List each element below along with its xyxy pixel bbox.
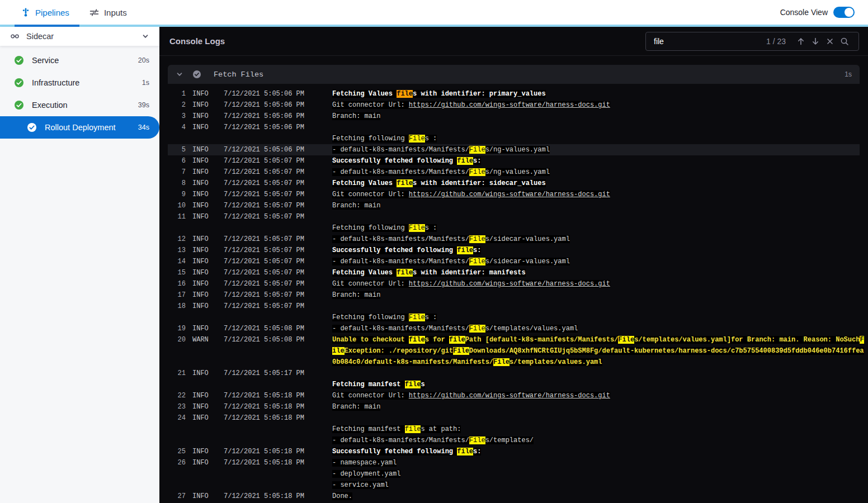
log-level: INFO (192, 155, 217, 167)
log-text: Successfully fetched following (332, 157, 457, 165)
log-level: INFO (192, 446, 217, 457)
log-text: s/sidecar-values.yaml (485, 235, 570, 243)
log-text: - default-k8s-manifests/Manifests/ (332, 235, 469, 243)
log-timestamp: 7/12/2021 5:05:06 PM (224, 99, 326, 111)
log-text: Fetching manifest (332, 381, 405, 388)
clear-search-button[interactable] (823, 34, 837, 49)
log-link[interactable]: https://github.com/wings-software/harnes… (409, 191, 610, 198)
log-message: Fetching manifest files (332, 368, 860, 390)
log-text: - default-k8s-manifests/Manifests/ (332, 436, 469, 444)
log-link[interactable]: https://github.com/wings-software/harnes… (409, 392, 610, 400)
search-input[interactable] (654, 37, 766, 46)
log-line-number: 3 (169, 111, 186, 122)
console-view-toggle[interactable] (833, 7, 855, 18)
log-timestamp: 7/12/2021 5:05:18 PM (224, 412, 326, 446)
log-text: s (421, 381, 424, 388)
log-timestamp: 7/12/2021 5:05:07 PM (224, 167, 326, 178)
log-message: Fetching following Files : (332, 122, 860, 144)
log-message: Successfully fetched following files: (332, 245, 860, 256)
log-level: INFO (192, 144, 217, 155)
log-timestamp: 7/12/2021 5:05:07 PM (224, 301, 326, 323)
log-text: Fetching Values (332, 269, 397, 277)
log-timestamp: 7/12/2021 5:05:07 PM (224, 256, 326, 267)
log-line-number: 21 (169, 368, 186, 390)
search-match: File (469, 325, 485, 333)
log-link[interactable]: https://github.com/wings-software/harnes… (409, 101, 610, 109)
log-level: INFO (192, 88, 217, 99)
log-line-number: 16 (169, 278, 186, 290)
log-text: s : (425, 314, 437, 321)
next-match-button[interactable] (808, 34, 823, 49)
sidebar-item-execution[interactable]: Execution39s (0, 94, 159, 116)
log-entry: 20WARN7/12/2021 5:05:08 PMUnable to chec… (168, 334, 860, 368)
log-text: s/ng-values.yaml (485, 146, 550, 154)
log-entry: 26INFO7/12/2021 5:05:18 PM- namespace.ya… (168, 457, 860, 491)
log-text: s: (473, 246, 481, 254)
tab-inputs[interactable]: Inputs (79, 0, 137, 25)
log-section-title: Fetch Files (214, 70, 263, 79)
log-line-number: 2 (169, 99, 186, 111)
log-level: INFO (192, 167, 217, 178)
sidebar-item-rollout-deployment[interactable]: Rollout Deployment34s (0, 116, 159, 139)
tab-pipelines[interactable]: Pipelines (11, 0, 79, 25)
previous-match-button[interactable] (794, 34, 808, 49)
log-section-header-fetch-files[interactable]: Fetch Files 1s (168, 65, 860, 84)
sidebar-item-service[interactable]: Service20s (0, 49, 159, 72)
sidebar-item-infrastructure[interactable]: Infrastructure1s (0, 72, 159, 94)
log-message: Fetching Values files with identifier: s… (332, 178, 860, 189)
log-message: - default-k8s-manifests/Manifests/Files/… (332, 234, 860, 245)
chevron-down-icon[interactable] (176, 70, 183, 78)
search-match: file (457, 448, 473, 455)
log-timestamp: 7/12/2021 5:05:18 PM (224, 390, 326, 401)
log-section-duration: 1s (845, 70, 852, 78)
log-line-number: 24 (169, 412, 186, 446)
log-line-number: 27 (169, 491, 186, 502)
log-level: INFO (192, 99, 217, 111)
log-message: - default-k8s-manifests/Manifests/Files/… (332, 144, 860, 155)
log-message: Unable to checkout files for filePath [d… (332, 334, 864, 368)
log-entry: 9INFO7/12/2021 5:05:07 PMGit connector U… (168, 189, 860, 200)
log-level: INFO (192, 278, 217, 290)
log-text: Branch: main (332, 291, 380, 299)
chevron-down-icon[interactable] (141, 32, 149, 40)
log-line-number: 9 (169, 189, 186, 200)
log-text: - default-k8s-manifests/Manifests/ (332, 168, 469, 176)
log-level: INFO (192, 323, 217, 334)
toggle-knob (845, 8, 853, 17)
log-timestamp: 7/12/2021 5:05:07 PM (224, 278, 326, 290)
log-line-number: 4 (169, 122, 186, 144)
log-level: INFO (192, 401, 217, 412)
log-text: s : (425, 224, 437, 232)
log-entry: 4INFO7/12/2021 5:05:06 PMFetching follow… (168, 122, 860, 144)
search-match: file (405, 425, 421, 433)
search-match: ile (332, 347, 345, 355)
log-text: Git connector Url: (332, 392, 409, 400)
log-entry: 13INFO7/12/2021 5:05:07 PMSuccessfully f… (168, 245, 860, 256)
log-entry: 25INFO7/12/2021 5:05:18 PMSuccessfully f… (168, 446, 860, 457)
log-line-number: 5 (169, 144, 186, 155)
log-entry: 6INFO7/12/2021 5:05:07 PMSuccessfully fe… (168, 155, 860, 167)
log-entry: 17INFO7/12/2021 5:05:07 PMBranch: main (168, 290, 860, 301)
log-text: s/templates/values.yaml]for Branch: main… (634, 336, 860, 344)
log-line-number: 18 (169, 301, 186, 323)
log-entry: 21INFO7/12/2021 5:05:17 PMFetching manif… (168, 368, 860, 390)
search-match: file (397, 90, 413, 98)
search-match-counter: 1 / 23 (766, 37, 786, 46)
step-duration: 34s (138, 124, 149, 131)
log-message: Git connector Url: https://github.com/wi… (332, 278, 860, 290)
log-timestamp: 7/12/2021 5:05:07 PM (224, 178, 326, 189)
log-entry: 10INFO7/12/2021 5:05:07 PMBranch: main (168, 200, 860, 211)
step-duration: 20s (138, 56, 149, 64)
log-text: 0b084c0/default-k8s-manifests/Manifests/ (332, 358, 493, 366)
log-link[interactable]: https://github.com/wings-software/harnes… (409, 280, 610, 288)
log-text: Fetching following (332, 314, 409, 321)
log-text: Git connector Url: (332, 191, 409, 198)
success-check-icon (14, 78, 24, 88)
log-message: Branch: main (332, 290, 860, 301)
log-text: - default-k8s-manifests/Manifests/ (332, 146, 469, 154)
log-level: INFO (192, 301, 217, 323)
log-text: Successfully fetched following (332, 246, 457, 254)
tab-inputs-label: Inputs (104, 8, 127, 17)
search-icon[interactable] (837, 34, 852, 49)
stage-header-sidecar[interactable]: Sidecar (0, 27, 159, 46)
